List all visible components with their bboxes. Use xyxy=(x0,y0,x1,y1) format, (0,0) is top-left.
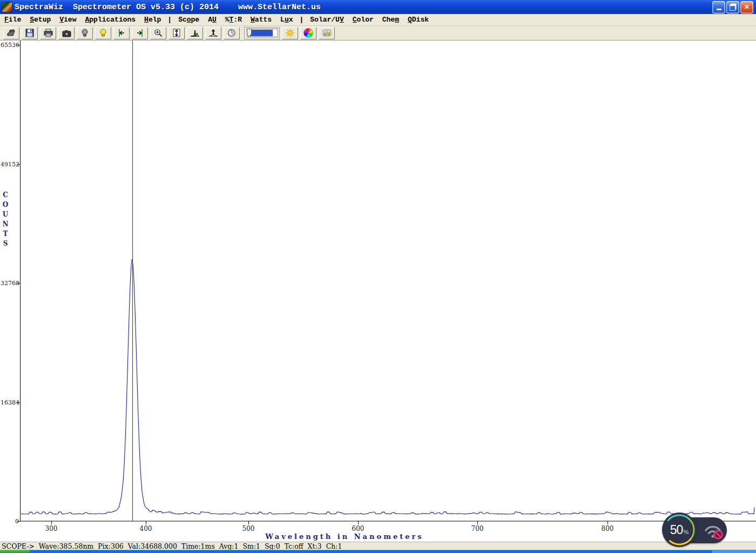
battery-wifi-overlay: 50 % xyxy=(662,512,728,548)
lamp-on-button[interactable] xyxy=(95,27,111,39)
window-title-version xyxy=(63,3,73,12)
wifi-disabled-icon[interactable] xyxy=(702,522,727,540)
color-wheel-icon xyxy=(303,28,313,38)
menubar: FileSetupViewApplicationsHelp|ScopeAU%T:… xyxy=(0,14,756,26)
menu-item-scope[interactable]: Scope xyxy=(174,15,204,24)
x-tick-label: 400 xyxy=(130,525,162,532)
color-samples-icon xyxy=(322,29,332,37)
window-title-version-text: Spectrometer OS v5.33 (c) 2014 xyxy=(73,3,219,12)
camera-button[interactable] xyxy=(58,27,75,39)
zoom-in-icon xyxy=(154,29,163,37)
restore-button[interactable] xyxy=(726,1,739,14)
y-axis-label: COUNTS xyxy=(2,190,9,248)
x-tick-label: 300 xyxy=(35,525,68,532)
integration-time-slider[interactable] xyxy=(244,27,280,39)
camera-icon xyxy=(62,29,71,37)
color-samples-button[interactable] xyxy=(319,27,335,39)
menu-item-watts[interactable]: Watts xyxy=(246,15,276,24)
taskbar-highlight xyxy=(0,550,756,550)
lamp-on-icon xyxy=(99,29,107,37)
y-tick-label: 32768 xyxy=(1,280,19,287)
menu-item-au[interactable]: AU xyxy=(204,15,221,24)
menu-item--t-r[interactable]: %T:R xyxy=(221,15,246,24)
y-tick-label: 0 xyxy=(1,518,19,525)
toolbar xyxy=(0,26,756,41)
x-tick-label: 800 xyxy=(591,525,624,532)
open-file-button[interactable] xyxy=(3,27,19,39)
menu-separator: | xyxy=(298,16,306,24)
menu-item-qdisk[interactable]: QDisk xyxy=(403,15,433,24)
spectrum-plot[interactable]: COUNTS Wavelength in Nanometers 01638432… xyxy=(0,41,756,542)
spectrawiz-window: SpectraWiz Spectrometer OS v5.33 (c) 201… xyxy=(0,0,756,553)
menu-item-chem[interactable]: Chem xyxy=(378,15,403,24)
battery-percent-sign: % xyxy=(683,529,688,535)
save-icon xyxy=(25,29,34,37)
minimize-button[interactable] xyxy=(712,1,725,14)
restore-icon xyxy=(730,4,735,11)
print-button[interactable] xyxy=(40,27,56,39)
x-tick-label: 600 xyxy=(342,525,374,532)
x-tick-label: 700 xyxy=(461,525,494,532)
app-icon xyxy=(2,2,12,12)
peak-graph-icon xyxy=(190,29,200,37)
y-tick-label: 65536 xyxy=(1,42,19,49)
minimize-icon xyxy=(717,9,721,10)
menu-item-lux[interactable]: Lux xyxy=(276,15,297,24)
statusbar: SCOPE-> Wave:385.58nm Pix:306 Val:34688.… xyxy=(0,542,756,550)
menu-item-view[interactable]: View xyxy=(55,15,80,24)
menu-item-help[interactable]: Help xyxy=(140,15,165,24)
system-tray-edge xyxy=(712,550,756,553)
title-gap xyxy=(219,3,238,12)
x-tick-label: 500 xyxy=(232,525,265,532)
zoom-in-button[interactable] xyxy=(150,27,166,39)
sun-button[interactable] xyxy=(282,27,298,39)
save-button[interactable] xyxy=(22,27,38,39)
sun-icon xyxy=(285,28,295,38)
color-wheel-button[interactable] xyxy=(300,27,316,39)
scope-trace xyxy=(21,259,754,514)
open-file-icon xyxy=(6,29,16,37)
menu-item-solar-uv[interactable]: Solar/UV xyxy=(306,15,348,24)
menu-item-setup[interactable]: Setup xyxy=(25,15,55,24)
battery-percent: 50 % xyxy=(662,512,697,547)
taskbar xyxy=(0,550,756,553)
lamp-off-icon xyxy=(81,29,89,37)
menu-item-applications[interactable]: Applications xyxy=(80,15,140,24)
cursor-right-icon xyxy=(136,29,144,37)
start-button-edge[interactable] xyxy=(0,550,30,553)
timer-icon xyxy=(227,29,236,37)
cursor-right-button[interactable] xyxy=(132,27,148,39)
spectrum-canvas xyxy=(0,41,756,542)
titlebar: SpectraWiz Spectrometer OS v5.33 (c) 201… xyxy=(0,0,756,14)
window-title-url: www.StellarNet.us xyxy=(238,3,321,12)
menu-item-color[interactable]: Color xyxy=(348,15,378,24)
status-readout: SCOPE-> Wave:385.58nm Pix:306 Val:34688.… xyxy=(2,542,342,550)
y-tick-label: 49152 xyxy=(1,161,19,168)
peak-hold-button[interactable] xyxy=(205,27,221,39)
cursor-left-icon xyxy=(117,29,126,37)
y-tick-label: 16384 xyxy=(1,399,19,406)
autoscale-y-icon xyxy=(173,29,180,37)
window-title-app: SpectraWiz xyxy=(15,3,63,12)
print-icon xyxy=(44,29,53,37)
menu-item-file[interactable]: File xyxy=(0,15,25,24)
cursor-left-button[interactable] xyxy=(113,27,130,39)
autoscale-y-button[interactable] xyxy=(168,27,185,39)
peak-hold-icon xyxy=(208,29,218,37)
window-controls: ✕ xyxy=(712,1,756,14)
close-icon: ✕ xyxy=(744,4,750,10)
timer-button[interactable] xyxy=(224,27,240,39)
battery-percent-value: 50 xyxy=(670,523,683,537)
peak-graph-button[interactable] xyxy=(187,27,203,39)
lamp-off-button[interactable] xyxy=(77,27,93,39)
menu-separator: | xyxy=(165,16,174,24)
x-axis-label: Wavelength in Nanometers xyxy=(218,532,471,541)
close-button[interactable]: ✕ xyxy=(740,1,753,14)
